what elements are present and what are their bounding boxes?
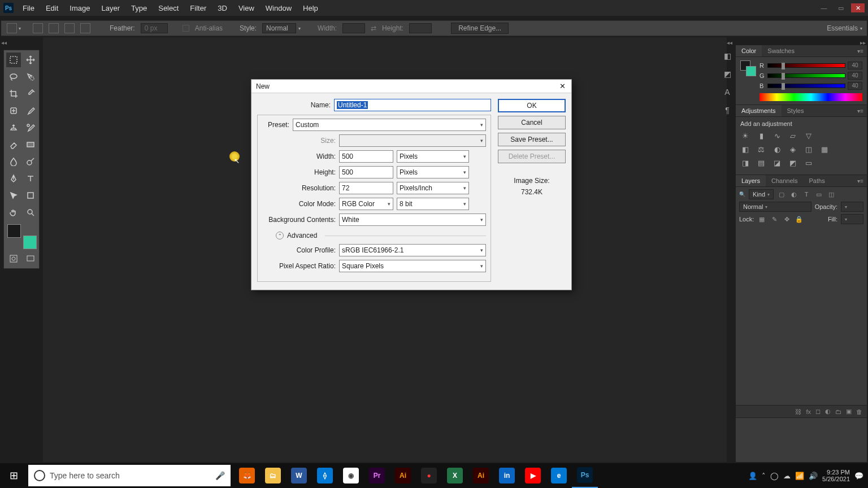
taskbar-illustrator2[interactable]: Ai: [468, 463, 494, 488]
pen-tool[interactable]: [6, 171, 21, 186]
tab-color[interactable]: Color: [736, 45, 762, 56]
tray-wifi-icon[interactable]: 📶: [795, 472, 804, 480]
menu-select[interactable]: Select: [153, 2, 184, 14]
color-panel-menu-icon[interactable]: ▾≡: [854, 46, 867, 56]
layer-mask-icon[interactable]: ◻: [815, 408, 821, 415]
filter-adjust-icon[interactable]: ◐: [789, 190, 798, 199]
threshold-icon[interactable]: ◪: [772, 158, 782, 168]
taskbar-youtube[interactable]: ▶: [520, 463, 546, 488]
lock-transparent-icon[interactable]: ▦: [757, 215, 766, 224]
lock-all-icon[interactable]: 🔒: [795, 215, 804, 224]
color-swatches[interactable]: [6, 224, 38, 249]
blur-tool[interactable]: [6, 154, 21, 169]
taskbar-premiere[interactable]: Pr: [364, 463, 390, 488]
color-balance-icon[interactable]: ⚖: [756, 144, 766, 154]
color-mode-select[interactable]: RGB Color: [339, 198, 393, 210]
feather-input[interactable]: 0 px: [141, 23, 168, 33]
background-contents-select[interactable]: White: [339, 213, 486, 226]
kind-filter-select[interactable]: Kind▾: [749, 189, 774, 199]
selection-subtract-icon[interactable]: [64, 23, 75, 33]
start-button[interactable]: ⊞: [0, 463, 27, 488]
selection-new-icon[interactable]: [33, 23, 43, 33]
menu-image[interactable]: Image: [64, 2, 96, 14]
tab-styles[interactable]: Styles: [782, 105, 810, 116]
menu-window[interactable]: Window: [260, 2, 297, 14]
resolution-input[interactable]: 72: [339, 182, 393, 194]
menu-3d[interactable]: 3D: [212, 2, 233, 14]
r-value[interactable]: 40: [848, 62, 862, 69]
gradient-map-icon[interactable]: ▭: [804, 158, 814, 168]
width-unit-select[interactable]: Pixels: [397, 150, 469, 163]
spectrum-picker[interactable]: [760, 93, 862, 101]
style-select[interactable]: Normal▾: [262, 23, 301, 33]
adjustments-panel-menu-icon[interactable]: ▾≡: [854, 106, 867, 116]
selection-intersect-icon[interactable]: [80, 23, 90, 33]
cancel-button[interactable]: Cancel: [498, 116, 566, 129]
color-depth-select[interactable]: 8 bit: [397, 198, 469, 210]
paragraph-panel-icon[interactable]: ¶: [721, 104, 734, 116]
menu-layer[interactable]: Layer: [96, 2, 126, 14]
menu-view[interactable]: View: [233, 2, 260, 14]
new-layer-icon[interactable]: ▣: [846, 408, 852, 415]
preset-select[interactable]: Custom: [293, 119, 486, 131]
channel-mixer-icon[interactable]: ◫: [804, 144, 814, 154]
menu-filter[interactable]: Filter: [184, 2, 212, 14]
name-input[interactable]: Untitled-1: [334, 99, 491, 111]
new-fill-adjust-icon[interactable]: ◐: [825, 408, 831, 415]
vibrance-icon[interactable]: ▽: [804, 130, 814, 141]
posterize-icon[interactable]: ▤: [756, 158, 766, 168]
lasso-tool[interactable]: [6, 69, 21, 84]
pixel-aspect-select[interactable]: Square Pixels: [339, 260, 486, 272]
ok-button[interactable]: OK: [498, 99, 566, 112]
tray-cloud-icon[interactable]: ☁: [783, 472, 791, 480]
curves-icon[interactable]: ∿: [772, 130, 782, 141]
tray-clock[interactable]: 9:23 PM 5/26/2021: [822, 469, 850, 482]
tray-chevron-up-icon[interactable]: ˄: [762, 472, 766, 480]
color-lookup-icon[interactable]: ▦: [819, 144, 830, 154]
taskbar-edge[interactable]: e: [546, 463, 572, 488]
taskbar-photoshop[interactable]: Ps: [572, 463, 598, 488]
path-select-tool[interactable]: [6, 188, 21, 203]
clone-stamp-tool[interactable]: [6, 120, 21, 135]
brush-tool[interactable]: [23, 103, 38, 118]
hue-sat-icon[interactable]: ◧: [740, 144, 750, 154]
blend-mode-select[interactable]: Normal▾: [739, 202, 811, 212]
refine-edge-button[interactable]: Refine Edge...: [451, 23, 509, 34]
tray-people-icon[interactable]: 👤: [748, 472, 757, 480]
history-panel-icon[interactable]: ◧: [721, 50, 734, 62]
color-profile-select[interactable]: sRGB IEC61966-2.1: [339, 244, 486, 256]
history-brush-tool[interactable]: [23, 120, 38, 135]
g-slider[interactable]: [767, 73, 845, 78]
resolution-unit-select[interactable]: Pixels/Inch: [397, 182, 469, 194]
tab-adjustments[interactable]: Adjustments: [736, 105, 782, 116]
quick-select-tool[interactable]: [23, 69, 38, 84]
g-value[interactable]: 40: [848, 72, 862, 80]
exposure-icon[interactable]: ▱: [788, 130, 798, 141]
tray-volume-icon[interactable]: 🔊: [809, 472, 818, 480]
mic-icon[interactable]: 🎤: [215, 471, 225, 480]
b-slider[interactable]: [767, 84, 845, 88]
filter-type-icon[interactable]: 🔍: [739, 191, 745, 197]
zoom-tool[interactable]: [23, 205, 38, 220]
layer-style-icon[interactable]: fx: [806, 408, 811, 415]
swap-wh-icon[interactable]: ⇄: [371, 24, 376, 32]
workspace-switcher[interactable]: Essentials▾: [827, 20, 862, 36]
taskbar-explorer[interactable]: 🗂: [260, 463, 286, 488]
taskbar-linkedin[interactable]: in: [494, 463, 520, 488]
tab-layers[interactable]: Layers: [736, 175, 766, 186]
screen-mode-icon[interactable]: [23, 251, 38, 266]
type-tool[interactable]: [23, 171, 38, 186]
fill-input[interactable]: ▾: [841, 214, 863, 224]
antialias-checkbox[interactable]: [183, 25, 189, 32]
mid-collapse-icon[interactable]: ◂◂: [727, 40, 732, 46]
filter-smart-icon[interactable]: ◫: [827, 190, 836, 199]
tray-notifications-icon[interactable]: 💬: [854, 472, 863, 480]
width-input[interactable]: 500: [339, 150, 393, 163]
tray-meet-icon[interactable]: ◯: [770, 472, 779, 480]
invert-icon[interactable]: ◨: [740, 158, 750, 168]
taskbar-vscode[interactable]: ⟠: [312, 463, 338, 488]
advanced-toggle[interactable]: ⌃ Advanced: [276, 232, 486, 239]
taskbar-search[interactable]: Type here to search 🎤: [28, 465, 231, 486]
marquee-tool[interactable]: [6, 53, 21, 67]
left-collapse-icon[interactable]: ◂◂: [1, 40, 7, 46]
